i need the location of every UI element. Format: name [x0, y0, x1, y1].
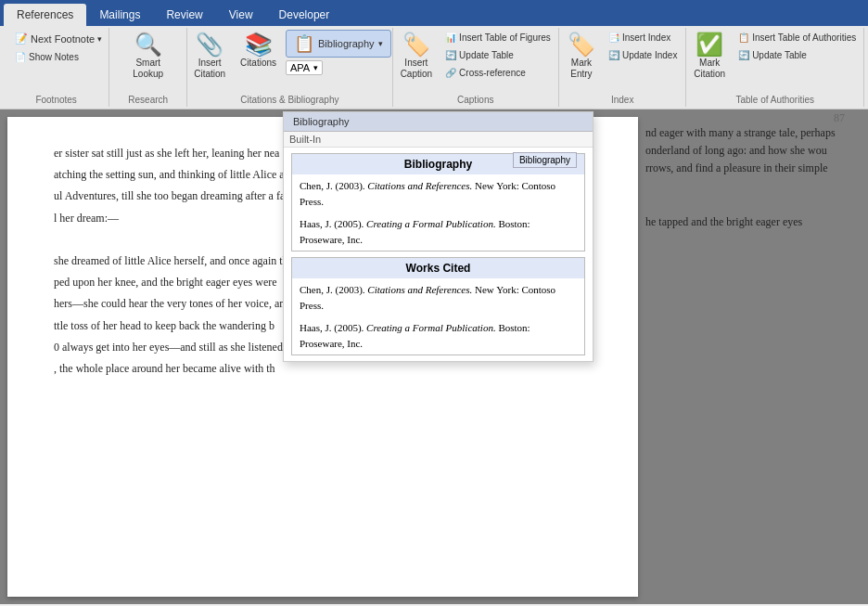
toa-label: Table of Authorities — [735, 95, 814, 105]
tab-review[interactable]: Review — [153, 4, 215, 26]
ribbon: 📝 Next Footnote ▾ 📄 Show Notes Footnotes… — [0, 26, 868, 110]
update-toa-button[interactable]: 🔄 Update Table — [733, 47, 862, 63]
tab-references[interactable]: References — [4, 4, 86, 26]
works-cited-entry-2: Haas, J. (2005). Creating a Formal Publi… — [292, 316, 584, 355]
crossreference-icon: 🔗 — [445, 68, 456, 78]
shownotes-icon: 📄 — [15, 52, 26, 62]
update-table-button[interactable]: 🔄 Update Table — [440, 47, 556, 63]
insertindex-icon: 📑 — [608, 32, 619, 43]
markentry-icon: 🏷️ — [568, 33, 595, 56]
citations-button[interactable]: 📚 Citations — [235, 30, 282, 72]
smartlookup-icon: 🔍 — [134, 33, 162, 56]
markcitation-icon: ✅ — [696, 33, 723, 56]
update-index-button[interactable]: 🔄 Update Index — [603, 47, 683, 63]
bibliography-button[interactable]: 📋 Bibliography ▾ — [286, 30, 391, 58]
inserttableoffigures-icon: 📊 — [445, 32, 456, 43]
footnotes-group: 📝 Next Footnote ▾ 📄 Show Notes Footnotes — [4, 28, 109, 107]
footnote-icon: 📝 — [15, 32, 28, 45]
captions-label: Captions — [457, 95, 493, 105]
mark-entry-button[interactable]: 🏷️ MarkEntry — [562, 30, 601, 84]
updateindex-icon: 🔄 — [608, 50, 619, 60]
bib-entry-1: Chen, J. (2003). Citations and Reference… — [292, 174, 584, 213]
page-number: 87 — [834, 111, 845, 125]
document-right: nd eager with many a strange tale, perha… — [638, 117, 861, 597]
style-select-arrow: ▾ — [313, 63, 318, 72]
updatetoa-icon: 🔄 — [738, 50, 749, 60]
cross-reference-button[interactable]: 🔗 Cross-reference — [440, 65, 556, 81]
style-select[interactable]: APA ▾ — [286, 60, 323, 75]
doc-text-11: , the whole place around her became aliv… — [54, 360, 592, 378]
index-group: 🏷️ MarkEntry 📑 Insert Index 🔄 Update Ind… — [559, 28, 687, 107]
show-notes-button[interactable]: 📄 Show Notes — [9, 49, 84, 65]
bibliography-section[interactable]: Bibliography Bibliography Chen, J. (2003… — [291, 153, 585, 251]
inserttoa-icon: 📋 — [738, 32, 749, 43]
smart-lookup-button[interactable]: 🔍 Smart Lookup — [115, 30, 181, 84]
insert-table-of-figures-button[interactable]: 📊 Insert Table of Figures — [440, 30, 556, 45]
mark-citation-button[interactable]: ✅ MarkCitation — [688, 30, 731, 84]
tab-developer[interactable]: Developer — [266, 4, 343, 26]
insertcaption-icon: 🏷️ — [402, 33, 430, 56]
built-in-label: Built-In — [284, 132, 593, 148]
updatetable-icon: 🔄 — [445, 50, 456, 60]
works-cited-header: Works Cited — [292, 258, 584, 278]
tab-bar: References Mailings Review View Develope… — [0, 0, 868, 26]
bibliography-dropdown: Bibliography Built-In Bibliography Bibli… — [283, 111, 594, 362]
tableofauthorities-group: ✅ MarkCitation 📋 Insert Table of Authori… — [686, 28, 864, 107]
insert-toa-button[interactable]: 📋 Insert Table of Authorities — [733, 30, 862, 45]
works-cited-entry-1: Chen, J. (2003). Citations and Reference… — [292, 278, 584, 316]
captions-group: 🏷️ InsertCaption 📊 Insert Table of Figur… — [393, 28, 559, 107]
footnotes-label: Footnotes — [35, 95, 76, 105]
citations-label: Citations & Bibliography — [240, 95, 338, 105]
research-group: 🔍 Smart Lookup Research — [109, 28, 187, 107]
research-label: Research — [128, 95, 168, 105]
next-footnote-button[interactable]: 📝 Next Footnote ▾ — [9, 30, 108, 47]
dropdown-header: Bibliography — [284, 112, 593, 132]
index-label: Index — [611, 95, 633, 105]
tab-view[interactable]: View — [216, 4, 266, 26]
bibliography-tooltip: Bibliography — [513, 152, 577, 168]
works-cited-section[interactable]: Works Cited Chen, J. (2003). Citations a… — [291, 257, 585, 355]
citations-icon: 📚 — [245, 33, 273, 56]
insertcitation-icon: 📎 — [196, 33, 223, 56]
insert-caption-button[interactable]: 🏷️ InsertCaption — [395, 30, 438, 84]
insert-citation-button[interactable]: 📎 InsertCitation — [188, 30, 231, 84]
bibliography-icon: 📋 — [294, 33, 314, 54]
insert-index-button[interactable]: 📑 Insert Index — [603, 30, 683, 45]
citations-group: 📎 InsertCitation 📚 Citations 📋 Bibliogra… — [187, 28, 392, 107]
bib-entry-2: Haas, J. (2005). Creating a Formal Publi… — [292, 213, 584, 251]
tab-mailings[interactable]: Mailings — [86, 4, 153, 26]
